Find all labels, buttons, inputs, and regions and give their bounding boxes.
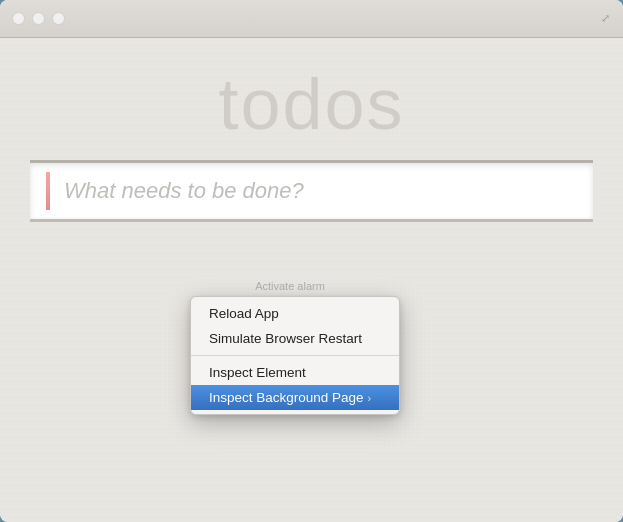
input-wrapper: What needs to be done? [30,160,593,222]
close-button[interactable] [12,12,25,25]
input-placeholder: What needs to be done? [64,178,304,204]
cursor-indicator: › [368,392,372,404]
menu-item-inspect-element[interactable]: Inspect Element [191,360,399,385]
maximize-button[interactable] [52,12,65,25]
titlebar: ⤢ [0,0,623,38]
traffic-lights [12,12,65,25]
menu-item-reload[interactable]: Reload App [191,301,399,326]
context-menu-label: Activate alarm [190,280,400,292]
context-menu-area: Activate alarm Reload App Simulate Brows… [190,280,400,415]
app-title: todos [0,38,623,160]
input-left-accent [46,172,50,210]
menu-item-simulate[interactable]: Simulate Browser Restart [191,326,399,351]
menu-item-inspect-background[interactable]: Inspect Background Page› [191,385,399,410]
todo-input-bar[interactable]: What needs to be done? [30,163,593,219]
minimize-button[interactable] [32,12,45,25]
context-menu: Reload App Simulate Browser Restart Insp… [190,296,400,415]
restore-icon[interactable]: ⤢ [597,11,613,27]
menu-divider [191,355,399,356]
